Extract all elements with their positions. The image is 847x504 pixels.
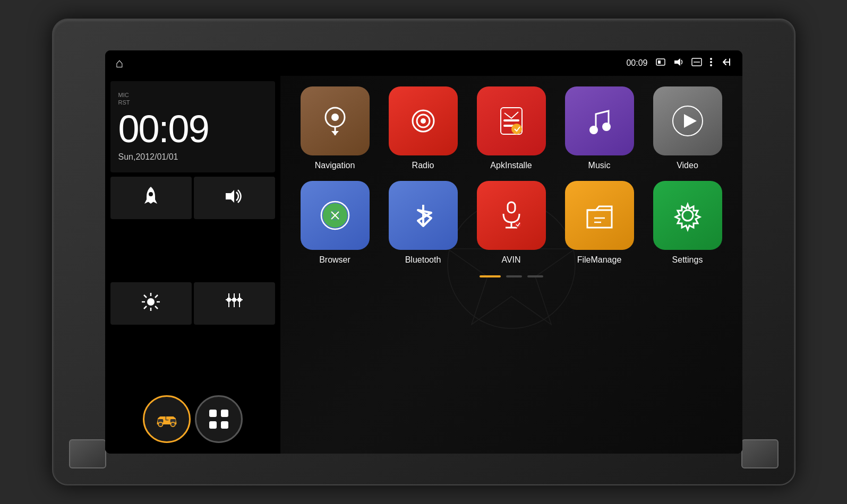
svg-point-44	[421, 118, 426, 124]
car-unit: ⌂ 00:09	[52, 19, 795, 485]
svg-marker-2	[674, 58, 680, 66]
right-panel: Navigation	[280, 76, 742, 454]
status-bar-left: ⌂	[116, 56, 627, 71]
brightness-button[interactable]	[110, 282, 192, 325]
volume-control-button[interactable]	[194, 177, 275, 219]
svg-marker-52	[684, 114, 697, 128]
browser-app[interactable]: Browser	[296, 181, 374, 265]
page-indicator	[296, 275, 726, 277]
radio-label: Radio	[412, 161, 434, 170]
mounting-tab-left	[69, 439, 106, 468]
svg-point-62	[682, 210, 693, 221]
page-dot-3[interactable]	[527, 275, 543, 277]
equalizer-icon	[224, 292, 245, 315]
apkinstaller-icon	[477, 86, 546, 155]
svg-point-8	[149, 192, 153, 196]
svg-point-48	[511, 124, 522, 134]
filemanager-app[interactable]: FileManage	[561, 181, 638, 265]
music-label: Music	[588, 161, 611, 170]
back-icon[interactable]	[720, 57, 732, 69]
svg-rect-38	[221, 421, 228, 429]
svg-line-17	[155, 295, 158, 298]
svg-point-10	[147, 298, 155, 306]
left-panel: MIC RST 00:09 Sun,2012/01/01	[105, 76, 280, 454]
volume-control-icon	[224, 188, 245, 208]
radio-icon	[389, 86, 458, 155]
home-icon[interactable]: ⌂	[116, 56, 124, 71]
svg-point-7	[710, 64, 712, 66]
main-content: MIC RST 00:09 Sun,2012/01/01	[105, 76, 742, 454]
settings-app[interactable]: Settings	[649, 181, 726, 265]
svg-point-6	[710, 61, 712, 63]
svg-point-5	[710, 58, 712, 60]
sim-icon	[655, 58, 666, 68]
clock-date: Sun,2012/01/01	[118, 152, 267, 162]
svg-marker-9	[226, 190, 234, 203]
avin-label: AVIN	[501, 255, 520, 265]
svg-rect-36	[221, 410, 228, 417]
filemanager-label: FileManage	[577, 255, 622, 265]
avin-app[interactable]: AVIN	[473, 181, 550, 265]
svg-point-41	[331, 114, 339, 121]
screen: ⌂ 00:09	[105, 50, 742, 454]
mic-label: MIC	[118, 92, 267, 98]
app-grid: Navigation	[296, 86, 726, 265]
navigation-app[interactable]: Navigation	[296, 86, 374, 170]
status-icons-group: 00:09	[626, 57, 731, 69]
clock-widget: MIC RST 00:09 Sun,2012/01/01	[110, 81, 275, 172]
volume-icon[interactable]	[673, 57, 684, 69]
app-drawer-button[interactable]	[195, 395, 243, 443]
settings-label: Settings	[672, 255, 703, 265]
svg-rect-37	[209, 421, 217, 429]
apkinstaller-app[interactable]: ApkInstalle	[473, 86, 550, 170]
svg-point-49	[589, 126, 598, 134]
page-dot-1[interactable]	[480, 275, 501, 277]
navigation-icon	[301, 86, 370, 155]
svg-rect-1	[658, 60, 661, 64]
radio-app[interactable]: Radio	[384, 86, 462, 170]
rocket-icon	[141, 186, 160, 211]
svg-rect-56	[508, 202, 515, 213]
brightness-icon	[141, 292, 161, 316]
video-app[interactable]: Video	[649, 86, 726, 170]
video-icon	[653, 86, 722, 155]
controls-grid	[110, 177, 275, 386]
svg-rect-35	[209, 410, 217, 417]
bluetooth-app[interactable]: Bluetooth	[384, 181, 462, 265]
screen-icon	[691, 58, 702, 68]
video-label: Video	[677, 161, 698, 170]
mounting-tab-right	[741, 439, 778, 468]
svg-point-33	[158, 422, 162, 427]
clock-time: 00:09	[118, 110, 267, 148]
navigation-label: Navigation	[315, 161, 355, 170]
svg-line-18	[144, 306, 147, 309]
svg-rect-46	[503, 119, 519, 121]
rst-label: RST	[118, 99, 267, 106]
equalizer-button[interactable]	[194, 282, 275, 325]
status-bar: ⌂ 00:09	[105, 50, 742, 76]
svg-point-50	[602, 123, 611, 131]
svg-line-16	[155, 306, 158, 309]
filemanager-icon	[565, 181, 634, 250]
rocket-button[interactable]	[110, 177, 192, 219]
browser-icon	[301, 181, 370, 250]
svg-line-15	[144, 295, 147, 298]
page-dot-2[interactable]	[506, 275, 522, 277]
svg-point-59	[515, 221, 521, 228]
music-app[interactable]: Music	[561, 86, 638, 170]
avin-icon	[477, 181, 546, 250]
car-diagnostics-button[interactable]	[143, 395, 191, 443]
bluetooth-label: Bluetooth	[405, 255, 441, 265]
bottom-controls	[110, 390, 275, 448]
settings-icon	[653, 181, 722, 250]
music-icon	[565, 86, 634, 155]
status-time: 00:09	[626, 58, 647, 68]
bluetooth-icon	[389, 181, 458, 250]
svg-point-34	[170, 422, 175, 427]
more-icon[interactable]	[709, 57, 713, 69]
apkinstaller-label: ApkInstalle	[490, 161, 532, 170]
browser-label: Browser	[319, 255, 350, 265]
